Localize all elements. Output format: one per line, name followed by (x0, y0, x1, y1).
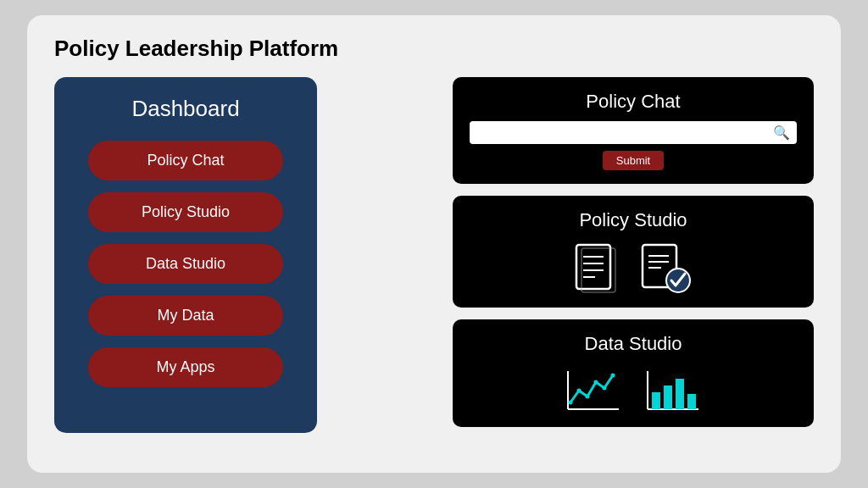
svg-point-20 (603, 386, 607, 391)
search-row: 🔍 (470, 121, 797, 144)
svg-point-16 (569, 401, 573, 405)
search-icon: 🔍 (773, 125, 790, 141)
document-check-icon (641, 243, 692, 294)
svg-rect-24 (652, 392, 660, 409)
content-row: Dashboard Policy Chat Policy Studio Data… (54, 77, 814, 452)
my-apps-button[interactable]: My Apps (88, 347, 283, 387)
bar-chart-icon (643, 367, 703, 413)
main-card: Policy Leadership Platform Dashboard Pol… (27, 15, 841, 473)
dashboard-title: Dashboard (131, 96, 239, 122)
dashboard-panel: Dashboard Policy Chat Policy Studio Data… (54, 77, 317, 433)
submit-button[interactable]: Submit (603, 151, 664, 170)
policy-studio-button[interactable]: Policy Studio (88, 192, 283, 232)
svg-rect-25 (664, 385, 672, 409)
right-panels: Policy Chat 🔍 Submit Policy Studio (453, 77, 814, 427)
policy-chat-panel-title: Policy Chat (470, 91, 797, 113)
search-input[interactable] (476, 126, 768, 140)
svg-rect-27 (687, 394, 696, 409)
svg-rect-26 (676, 379, 684, 409)
svg-point-17 (577, 389, 581, 393)
policy-studio-panel: Policy Studio (453, 196, 814, 308)
data-studio-icons (470, 363, 797, 413)
document-icon (575, 243, 620, 294)
data-studio-panel-title: Data Studio (470, 333, 797, 355)
data-studio-panel: Data Studio (453, 319, 814, 427)
policy-chat-content: 🔍 Submit (470, 121, 797, 170)
svg-point-18 (586, 395, 590, 399)
line-chart-icon (564, 367, 623, 413)
svg-point-19 (594, 380, 598, 385)
data-studio-button[interactable]: Data Studio (88, 244, 283, 284)
my-data-button[interactable]: My Data (88, 296, 283, 336)
policy-chat-button[interactable]: Policy Chat (88, 141, 283, 180)
svg-point-21 (611, 374, 615, 378)
policy-studio-icons (470, 240, 797, 294)
policy-chat-panel: Policy Chat 🔍 Submit (453, 77, 814, 184)
policy-studio-panel-title: Policy Studio (470, 209, 797, 231)
page-title: Policy Leadership Platform (54, 36, 814, 62)
